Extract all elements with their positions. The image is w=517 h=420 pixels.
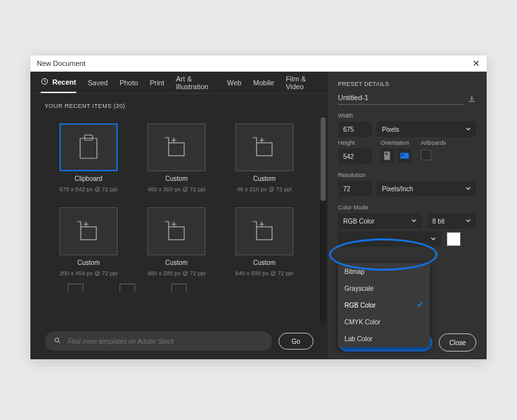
height-label: Height (338, 140, 372, 146)
presets-scroll: Clipboard 675 x 542 px @ 72 ppi Custom 4… (30, 116, 328, 323)
preset-sub: 200 x 454 px @ 72 ppi (59, 270, 118, 277)
colormode-option-lab[interactable]: Lab Color (338, 330, 430, 347)
width-field[interactable]: 675 (338, 121, 372, 137)
bgcontent-dropdown[interactable] (338, 231, 441, 247)
tab-web[interactable]: Web (227, 72, 241, 93)
preset-sub: 480 x 285 px @ 72 ppi (147, 270, 206, 277)
close-button[interactable]: Close (439, 333, 476, 352)
preset-card[interactable]: Custom 48 x 210 px @ 72 ppi (220, 116, 308, 200)
tab-photo[interactable]: Photo (120, 72, 138, 93)
preset-title: Custom (165, 259, 187, 266)
svg-point-8 (55, 338, 59, 342)
preset-details-pane: PRESET DETAILS Untitled-1 Width 675 Pixe… (328, 72, 487, 359)
newdoc-icon (147, 207, 206, 255)
width-label: Width (338, 112, 476, 119)
preset-details-header: PRESET DETAILS (338, 81, 476, 87)
colormode-option-bitmap[interactable]: Bitmap (338, 263, 430, 280)
search-field[interactable] (45, 331, 272, 351)
presets-grid: Clipboard 675 x 542 px @ 72 ppi Custom 4… (30, 116, 328, 284)
orientation-portrait-button[interactable] (381, 149, 395, 163)
colormode-menu: Bitmap Grayscale RGB Color CMYK Color La… (338, 263, 430, 347)
window-title: New Document (37, 59, 85, 67)
tab-recent[interactable]: Recent (41, 72, 76, 93)
preset-sub: 48 x 210 px @ 72 ppi (237, 186, 291, 193)
preset-row-stubs (30, 284, 328, 291)
preset-title: Custom (253, 259, 275, 266)
height-field[interactable]: 542 (338, 149, 372, 164)
tab-label: Print (150, 79, 165, 87)
chevron-down-icon (411, 218, 417, 225)
clipboard-icon (59, 123, 118, 171)
artboards-checkbox[interactable] (421, 150, 431, 160)
svg-rect-2 (85, 135, 92, 140)
chevron-down-icon (430, 236, 436, 243)
colormode-dropdown[interactable]: RGB Color (338, 213, 422, 229)
close-icon[interactable]: ✕ (472, 58, 480, 68)
preset-sub: 675 x 542 px @ 72 ppi (59, 186, 118, 193)
width-unit-dropdown[interactable]: Pixels (377, 121, 476, 137)
preset-card[interactable]: Custom 480 x 285 px @ 72 ppi (132, 200, 220, 284)
colormode-option-cmyk[interactable]: CMYK Color (338, 313, 430, 330)
tab-label: Recent (52, 78, 76, 86)
newdoc-icon (235, 207, 293, 255)
resolution-unit-value: Pixels/Inch (382, 185, 413, 193)
titlebar: New Document ✕ (30, 56, 487, 72)
tab-saved[interactable]: Saved (88, 72, 108, 93)
svg-rect-1 (80, 138, 97, 158)
chevron-down-icon (465, 185, 471, 193)
tab-label: Photo (120, 79, 138, 87)
search-input[interactable] (68, 338, 263, 345)
preset-card[interactable]: Custom 200 x 454 px @ 72 ppi (45, 200, 132, 284)
preset-title: Clipboard (75, 175, 103, 182)
tab-label: Art & Illustration (176, 75, 215, 90)
tab-art[interactable]: Art & Illustration (176, 72, 215, 93)
go-button[interactable]: Go (279, 333, 313, 350)
colormode-option-rgb[interactable]: RGB Color (338, 297, 430, 313)
preset-title: Custom (165, 175, 187, 182)
preset-name-field[interactable]: Untitled-1 (338, 94, 463, 105)
tab-mobile[interactable]: Mobile (253, 72, 274, 93)
colormode-value: RGB Color (343, 218, 374, 225)
newdoc-icon (147, 123, 206, 171)
left-pane: Recent Saved Photo Print Art & Illustrat… (30, 72, 328, 359)
check-icon (417, 301, 423, 309)
svg-rect-3 (169, 143, 184, 156)
tab-label: Mobile (253, 79, 274, 87)
chevron-down-icon (465, 218, 471, 225)
new-document-window: New Document ✕ Recent Saved Photo Print … (30, 56, 487, 359)
svg-rect-4 (257, 143, 272, 156)
width-unit-value: Pixels (382, 126, 399, 133)
scrollbar[interactable] (320, 116, 326, 323)
preset-title: Custom (253, 175, 275, 182)
resolution-unit-dropdown[interactable]: Pixels/Inch (377, 181, 476, 196)
preset-card[interactable]: Clipboard 675 x 542 px @ 72 ppi (45, 116, 132, 200)
svg-rect-12 (401, 154, 404, 156)
tab-label: Web (227, 79, 241, 87)
search-icon (54, 335, 61, 347)
search-row: Go (30, 323, 328, 359)
tab-label: Film & Video (286, 75, 317, 90)
preset-card[interactable]: Custom 480 x 360 px @ 72 ppi (132, 116, 220, 200)
orientation-landscape-button[interactable] (397, 149, 412, 163)
resolution-field[interactable]: 72 (338, 181, 372, 196)
chevron-down-icon (465, 126, 471, 133)
tabs-bar: Recent Saved Photo Print Art & Illustrat… (30, 72, 328, 94)
newdoc-icon (59, 207, 118, 255)
newdoc-icon (235, 123, 293, 171)
svg-rect-6 (169, 227, 184, 240)
svg-rect-7 (257, 227, 272, 240)
orientation-label: Orientation (381, 140, 412, 146)
svg-rect-5 (81, 227, 96, 240)
scrollbar-thumb[interactable] (321, 117, 326, 201)
preset-card[interactable]: Custom 640 x 500 px @ 72 ppi (220, 200, 308, 284)
recent-items-label: YOUR RECENT ITEMS (20) (30, 94, 328, 116)
preset-stub (120, 284, 135, 291)
bitdepth-dropdown[interactable]: 8 bit (427, 213, 476, 229)
preset-sub: 480 x 360 px @ 72 ppi (147, 186, 206, 193)
colormode-option-grayscale[interactable]: Grayscale (338, 280, 430, 297)
preset-stub (68, 284, 83, 291)
save-preset-icon[interactable] (467, 94, 476, 105)
tab-film[interactable]: Film & Video (286, 72, 317, 93)
bgcolor-swatch[interactable] (447, 232, 461, 246)
tab-print[interactable]: Print (150, 72, 165, 93)
